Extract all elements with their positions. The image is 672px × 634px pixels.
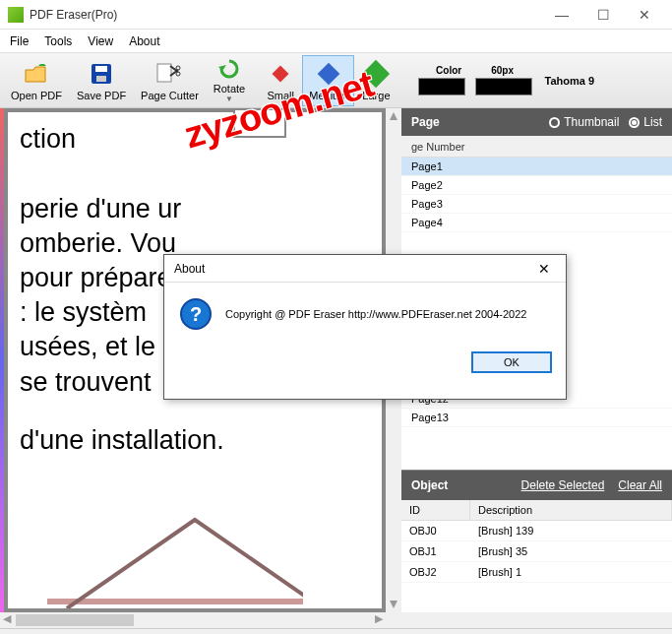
doc-heading: ction (20, 122, 370, 157)
menu-tools[interactable]: Tools (44, 34, 72, 48)
svg-rect-6 (47, 599, 303, 604)
dropdown-icon: ▼ (225, 95, 233, 103)
statusbar: 521,377 595×842 1/76 (0, 628, 672, 634)
minimize-button[interactable]: — (542, 2, 581, 28)
object-table-header: IDDescription (401, 500, 672, 521)
page-list: Page1 Page2 Page3 Page4 (401, 158, 672, 240)
about-dialog: About ✕ ? Copyright @ PDF Eraser http://… (163, 254, 567, 400)
brush-small-button[interactable]: Small (260, 55, 301, 106)
page-column-header: ge Number (401, 136, 672, 158)
menu-file[interactable]: File (10, 34, 29, 48)
thumbnail-radio[interactable]: Thumbnail (549, 115, 619, 129)
info-icon: ? (180, 298, 212, 330)
object-row[interactable]: OBJ2[Brush] 1 (401, 562, 672, 583)
object-row[interactable]: OBJ1[Brush] 35 (401, 541, 672, 562)
brush-medium-button[interactable]: Medium (302, 55, 354, 106)
rotate-button[interactable]: Rotate ▼ (207, 55, 252, 106)
doc-line2: d'une installation. (20, 423, 370, 458)
page-row[interactable]: Page3 (401, 195, 672, 214)
folder-open-icon (23, 60, 50, 88)
svg-rect-2 (96, 76, 106, 82)
maximize-button[interactable]: ☐ (583, 2, 623, 28)
menubar: File Tools View About (0, 30, 672, 53)
save-pdf-button[interactable]: Save PDF (70, 55, 133, 106)
thumb-preview-box (233, 108, 286, 138)
eraser-medium-icon (315, 60, 342, 88)
svg-rect-1 (95, 66, 107, 72)
open-pdf-button[interactable]: Open PDF (4, 55, 69, 106)
dialog-title: About (174, 262, 205, 276)
page-cutter-button[interactable]: Page Cutter (134, 55, 206, 106)
close-button[interactable]: ✕ (625, 2, 664, 28)
gutter (0, 108, 4, 612)
save-icon (88, 60, 115, 88)
svg-rect-3 (157, 64, 171, 82)
font-label[interactable]: Tahoma 9 (545, 75, 595, 87)
rotate-icon (215, 57, 243, 81)
page-row[interactable]: Page1 (401, 158, 672, 176)
svg-point-4 (176, 66, 180, 70)
menu-view[interactable]: View (88, 34, 113, 48)
titlebar: PDF Eraser(Pro) — ☐ ✕ (0, 0, 672, 30)
toolbar: Open PDF Save PDF Page Cutter Rotate ▼ S… (0, 53, 672, 108)
eraser-large-icon (362, 60, 390, 88)
app-icon (8, 7, 24, 23)
window-title: PDF Eraser(Pro) (30, 8, 542, 22)
page-row[interactable]: Page2 (401, 176, 672, 195)
page-row[interactable]: Page4 (401, 214, 672, 232)
horizontal-scrollbar[interactable]: ◀ ▶ (0, 612, 672, 628)
object-row[interactable]: OBJ0[Brush] 139 (401, 521, 672, 541)
triangle-drawing (47, 510, 303, 608)
ok-button[interactable]: OK (471, 351, 552, 373)
dialog-text: Copyright @ PDF Eraser http://www.PDFEra… (225, 308, 526, 320)
page-row[interactable]: Page13 (401, 409, 672, 427)
page-panel-header: Page Thumbnail List (401, 108, 672, 136)
color-swatch[interactable] (418, 78, 465, 95)
delete-selected-link[interactable]: Delete Selected (521, 478, 605, 492)
list-radio[interactable]: List (629, 115, 662, 129)
menu-about[interactable]: About (129, 34, 159, 48)
eraser-small-icon (267, 60, 294, 88)
size-label: 60px (491, 65, 514, 76)
svg-point-5 (176, 72, 180, 76)
color-label: Color (436, 65, 461, 76)
scissors-icon (155, 60, 183, 88)
size-swatch[interactable] (475, 78, 532, 95)
dialog-close-button[interactable]: ✕ (532, 261, 556, 277)
clear-all-link[interactable]: Clear All (618, 478, 662, 492)
object-panel-header: Object Delete Selected Clear All (401, 471, 672, 500)
brush-large-button[interactable]: Large (355, 55, 397, 106)
